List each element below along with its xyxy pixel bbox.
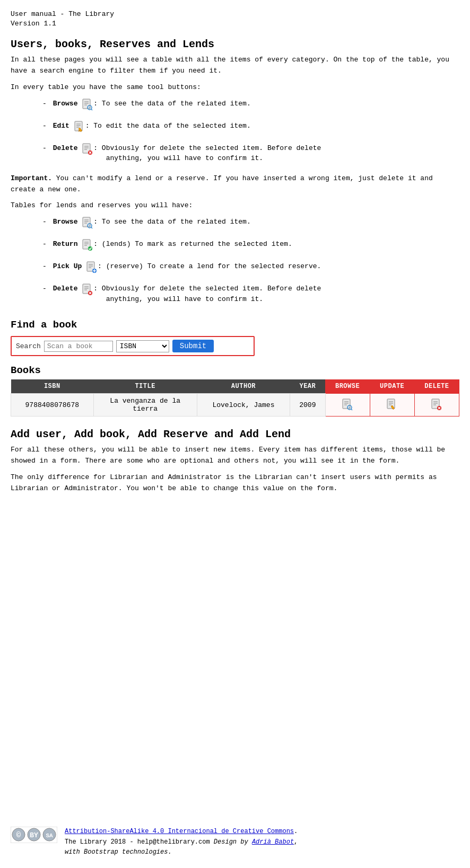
col-delete: DELETE bbox=[414, 379, 459, 394]
col-browse: BROWSE bbox=[325, 379, 370, 394]
svg-text:BY: BY bbox=[30, 831, 38, 839]
delete-icon-2 bbox=[82, 284, 93, 296]
table-intro: Tables for lends and reserves you will h… bbox=[11, 200, 459, 211]
tool-browse-2: - Browse : To see the data of the relate… bbox=[42, 217, 459, 229]
tool-return-label: Return bbox=[53, 240, 78, 248]
find-book-section: Find a book Search ISBN Submit bbox=[11, 319, 459, 356]
tool-pickup-desc: : (reserve) To create a lend for the sel… bbox=[98, 261, 321, 272]
tool-delete2-label: Delete bbox=[53, 285, 78, 293]
section1-heading: Users, books, Reserves and Lends bbox=[11, 38, 459, 50]
return-icon bbox=[82, 239, 93, 252]
header: User manual - The Library Version 1.1 bbox=[11, 10, 459, 29]
cc-link[interactable]: Attribution-ShareAlike 4.0 Internacional… bbox=[65, 828, 294, 835]
pickup-icon bbox=[86, 261, 98, 274]
tool-list-lends: - Browse : To see the data of the relate… bbox=[42, 217, 459, 304]
tool-delete: - Delete : Obviously for delete the sele… bbox=[42, 143, 459, 164]
books-section: Books ISBN TITLE AUTHOR YEAR BROWSE UPDA… bbox=[11, 365, 459, 417]
search-label: Search bbox=[16, 342, 41, 350]
cell-browse-action[interactable] bbox=[325, 394, 370, 417]
browse-icon-2 bbox=[82, 217, 93, 229]
tool-pickup-label: Pick Up bbox=[53, 262, 82, 270]
cell-author: Lovelock, James bbox=[197, 394, 290, 417]
tool-browse2-desc: : To see the data of the related item. bbox=[93, 217, 250, 227]
section1-intro1: In all these pages you will see a table … bbox=[11, 55, 459, 77]
footer-text: Attribution-ShareAlike 4.0 Internacional… bbox=[65, 827, 298, 857]
svg-text:SA: SA bbox=[46, 832, 53, 839]
svg-line-52 bbox=[351, 409, 352, 410]
svg-line-6 bbox=[91, 109, 92, 110]
footer-library-text: The Library 2018 - help@thelibrary.com bbox=[65, 838, 210, 846]
footer-cc-link[interactable]: Attribution-ShareAlike 4.0 Internacional… bbox=[65, 827, 298, 837]
tool-edit: - Edit : To edit the data of the selecte… bbox=[42, 121, 459, 134]
footer-design-text: Design by bbox=[214, 838, 252, 846]
tool-return: - Return : (lends) To mark as returned t… bbox=[42, 239, 459, 252]
svg-line-26 bbox=[91, 227, 92, 228]
col-title: TITLE bbox=[93, 379, 197, 394]
tool-browse2-label: Browse bbox=[53, 218, 78, 226]
cell-delete-action[interactable] bbox=[414, 394, 459, 417]
tool-delete2-desc: : Obviously for delete the selected item… bbox=[93, 284, 321, 304]
section2-para2: The only difference for Librarian and Ad… bbox=[11, 472, 459, 494]
footer-comma: , bbox=[294, 838, 298, 846]
tool-browse-desc: : To see the data of the related item. bbox=[93, 99, 250, 109]
cc-logo: © BY SA bbox=[11, 827, 57, 845]
section2-para1: For all these others, you will be able t… bbox=[11, 445, 459, 467]
tool-list-main: - Browse : To see the data of the relate… bbox=[42, 99, 459, 164]
important-label: Important. bbox=[11, 174, 52, 182]
tool-return-desc: : (lends) To mark as returned the select… bbox=[93, 239, 292, 250]
cell-title: La venganza de latierra bbox=[93, 394, 197, 417]
tool-browse-label: Browse bbox=[53, 100, 78, 108]
svg-point-51 bbox=[349, 406, 351, 409]
svg-point-31 bbox=[88, 246, 92, 251]
footer: © BY SA Attribution-ShareAlike 4.0 Inter… bbox=[11, 827, 459, 857]
isbn-select[interactable]: ISBN bbox=[116, 340, 169, 352]
col-year: YEAR bbox=[290, 379, 325, 394]
tool-delete-2: - Delete : Obviously for delete the sele… bbox=[42, 284, 459, 304]
svg-point-25 bbox=[89, 225, 91, 227]
important-text: You can't modify a lend or a reserve. If… bbox=[11, 174, 433, 193]
important-line: Important. You can't modify a lend or a … bbox=[11, 173, 459, 196]
footer-author-link[interactable]: Adrià Babot bbox=[252, 838, 294, 846]
tool-pickup: - Pick Up : (reserve) To create a lend f… bbox=[42, 261, 459, 274]
submit-button[interactable]: Submit bbox=[172, 340, 214, 352]
header-line2: Version 1.1 bbox=[11, 19, 459, 29]
footer-bootstrap-text: with Bootstrap technologies. bbox=[65, 848, 172, 856]
delete-icon bbox=[82, 143, 93, 156]
tool-edit-label: Edit bbox=[53, 122, 69, 130]
col-update: UPDATE bbox=[370, 379, 414, 394]
section1-intro2: In every table you have the same tool bu… bbox=[11, 82, 459, 93]
tool-edit-desc: : To edit the data of the selected item. bbox=[85, 121, 251, 131]
footer-bootstrap-line: with Bootstrap technologies. bbox=[65, 847, 298, 857]
col-author: AUTHOR bbox=[197, 379, 290, 394]
find-book-title: Find a book bbox=[11, 319, 459, 331]
cell-isbn: 9788408078678 bbox=[11, 394, 94, 417]
footer-library-line: The Library 2018 - help@thelibrary.com D… bbox=[65, 837, 298, 847]
svg-point-5 bbox=[89, 107, 91, 109]
cell-update-action[interactable] bbox=[370, 394, 414, 417]
tool-delete-desc: : Obviously for delete the selected item… bbox=[93, 143, 321, 164]
svg-text:©: © bbox=[16, 831, 21, 839]
browse-icon bbox=[82, 99, 93, 111]
books-title: Books bbox=[11, 365, 459, 376]
scan-book-input[interactable] bbox=[44, 341, 113, 352]
section2: Add user, Add book, Add Reserve and Add … bbox=[11, 428, 459, 494]
cell-year: 2009 bbox=[290, 394, 325, 417]
books-table: ISBN TITLE AUTHOR YEAR BROWSE UPDATE DEL… bbox=[11, 379, 459, 417]
table-row: 9788408078678 La venganza de latierra Lo… bbox=[11, 394, 459, 417]
header-line1: User manual - The Library bbox=[11, 10, 459, 19]
section2-heading: Add user, Add book, Add Reserve and Add … bbox=[11, 428, 459, 440]
tool-delete-label: Delete bbox=[53, 144, 78, 152]
edit-icon bbox=[74, 121, 85, 134]
col-isbn: ISBN bbox=[11, 379, 94, 394]
tool-browse: - Browse : To see the data of the relate… bbox=[42, 99, 459, 111]
find-book-form: Search ISBN Submit bbox=[11, 336, 255, 356]
